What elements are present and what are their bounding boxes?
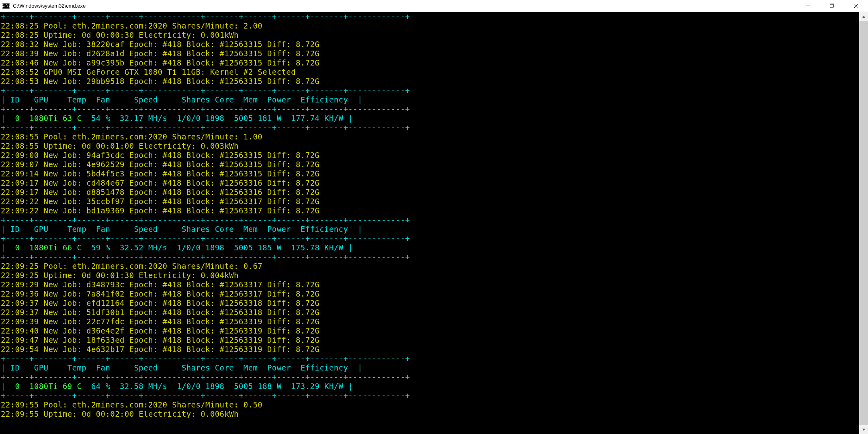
table-border: +-----+--------+------+------+----------… xyxy=(1,234,410,243)
table-border: +-----+--------+------+------+----------… xyxy=(1,354,410,363)
gpu-metrics: 64 % 32.58 MH/s 1/0/0 1898 5005 188 W 17… xyxy=(82,382,353,391)
cmd-icon: C:\. xyxy=(2,3,10,9)
job-line: 22:09:07 New Job: 4e962529 Epoch: #418 B… xyxy=(1,160,319,169)
job-line: 22:08:39 New Job: d2628a1d Epoch: #418 B… xyxy=(1,49,319,58)
table-border: +-----+--------+------+------+----------… xyxy=(1,391,410,400)
gpu-id-temp: 0 1080Ti 66 C xyxy=(15,243,82,252)
gpu-stats-row: | 0 1080Ti 63 C 54 % 32.17 MH/s 1/0/0 18… xyxy=(1,114,353,123)
job-line: 22:09:54 New Job: 4e632b17 Epoch: #418 B… xyxy=(1,345,319,354)
job-line: 22:09:00 New Job: 94af3cdc Epoch: #418 B… xyxy=(1,151,319,160)
gpu-metrics: 54 % 32.17 MH/s 1/0/0 1898 5005 181 W 17… xyxy=(82,114,353,123)
uptime-line: 22:09:55 Uptime: 0d 00:02:00 Electricity… xyxy=(1,409,239,418)
scroll-up-button[interactable] xyxy=(859,12,868,21)
table-border: +-----+--------+------+------+----------… xyxy=(1,373,410,381)
job-line: 22:09:29 New Job: d348793c Epoch: #418 B… xyxy=(1,280,319,289)
maximize-icon xyxy=(830,4,834,8)
gpu-metrics: 59 % 32.52 MH/s 1/0/0 1898 5005 185 W 17… xyxy=(82,243,353,252)
job-line: 22:09:14 New Job: 5bd4f5c3 Epoch: #418 B… xyxy=(1,169,319,178)
minimize-button[interactable] xyxy=(796,0,820,12)
console-output: +-----+--------+------+------+----------… xyxy=(1,12,868,419)
job-line: 22:08:52 GPU0 MSI GeForce GTX 1080 Ti 11… xyxy=(1,68,296,76)
titlebar-left: C:\. C:\Windows\system32\cmd.exe xyxy=(0,3,86,9)
pool-status-line: 22:08:55 Pool: eth.2miners.com:2020 Shar… xyxy=(1,132,262,141)
scroll-down-button[interactable] xyxy=(859,425,868,434)
minimize-icon xyxy=(806,4,810,8)
table-border: +-----+--------+------+------+----------… xyxy=(1,86,410,95)
close-button[interactable] xyxy=(844,0,868,12)
job-line: 22:08:53 New Job: 29bb9518 Epoch: #418 B… xyxy=(1,77,319,86)
table-border: +-----+--------+------+------+----------… xyxy=(1,104,410,113)
table-border: +-----+--------+------+------+----------… xyxy=(1,12,410,21)
svg-marker-6 xyxy=(862,428,865,430)
pool-status-line: 22:09:25 Pool: eth.2miners.com:2020 Shar… xyxy=(1,262,262,270)
uptime-line: 22:08:55 Uptime: 0d 00:01:00 Electricity… xyxy=(1,141,239,150)
job-line: 22:09:22 New Job: 35ccbf97 Epoch: #418 B… xyxy=(1,197,319,206)
window-controls xyxy=(796,0,868,12)
table-border: +-----+--------+------+------+----------… xyxy=(1,215,410,224)
job-line: 22:09:22 New Job: bd1a9369 Epoch: #418 B… xyxy=(1,206,319,215)
table-header: | ID GPU Temp Fan Speed Shares Core Mem … xyxy=(1,225,362,233)
job-line: 22:08:46 New Job: a99c395b Epoch: #418 B… xyxy=(1,58,319,67)
pool-status-line: 22:09:55 Pool: eth.2miners.com:2020 Shar… xyxy=(1,400,262,409)
close-icon xyxy=(854,4,858,8)
gpu-stats-row: | 0 1080Ti 66 C 59 % 32.52 MH/s 1/0/0 18… xyxy=(1,243,353,252)
table-header: | ID GPU Temp Fan Speed Shares Core Mem … xyxy=(1,363,362,372)
window-titlebar: C:\. C:\Windows\system32\cmd.exe xyxy=(0,0,868,12)
table-header: | ID GPU Temp Fan Speed Shares Core Mem … xyxy=(1,95,362,104)
scrollbar-track[interactable] xyxy=(859,21,868,425)
console-viewport[interactable]: +-----+--------+------+------+----------… xyxy=(0,12,868,434)
job-line: 22:09:37 New Job: efd12164 Epoch: #418 B… xyxy=(1,299,319,307)
scrollbar-thumb[interactable] xyxy=(859,21,868,425)
chevron-up-icon xyxy=(862,15,866,18)
uptime-line: 22:09:25 Uptime: 0d 00:01:30 Electricity… xyxy=(1,271,239,280)
chevron-down-icon xyxy=(862,428,866,432)
gpu-id-temp: 0 1080Ti 63 C xyxy=(15,114,82,123)
table-border: +-----+--------+------+------+----------… xyxy=(1,252,410,261)
svg-rect-2 xyxy=(830,4,833,8)
window-title: C:\Windows\system32\cmd.exe xyxy=(13,3,86,9)
job-line: 22:09:39 New Job: 22c77fdc Epoch: #418 B… xyxy=(1,317,319,326)
job-line: 22:08:32 New Job: 38220caf Epoch: #418 B… xyxy=(1,40,319,49)
svg-marker-5 xyxy=(862,15,865,17)
uptime-line: 22:08:25 Uptime: 0d 00:00:30 Electricity… xyxy=(1,31,239,39)
job-line: 22:09:17 New Job: cd484e67 Epoch: #418 B… xyxy=(1,178,319,187)
job-line: 22:09:17 New Job: d8851478 Epoch: #418 B… xyxy=(1,188,319,197)
job-line: 22:09:47 New Job: 18f633ed Epoch: #418 B… xyxy=(1,336,319,344)
table-border: +-----+--------+------+------+----------… xyxy=(1,123,410,132)
gpu-id-temp: 0 1080Ti 69 C xyxy=(15,382,82,391)
job-line: 22:09:36 New Job: 7a841f02 Epoch: #418 B… xyxy=(1,289,319,298)
job-line: 22:09:37 New Job: 51df30b1 Epoch: #418 B… xyxy=(1,308,319,317)
pool-status-line: 22:08:25 Pool: eth.2miners.com:2020 Shar… xyxy=(1,21,262,30)
job-line: 22:09:40 New Job: d36e4e2f Epoch: #418 B… xyxy=(1,326,319,335)
maximize-button[interactable] xyxy=(820,0,844,12)
gpu-stats-row: | 0 1080Ti 69 C 64 % 32.58 MH/s 1/0/0 18… xyxy=(1,382,353,391)
vertical-scrollbar[interactable] xyxy=(859,12,868,434)
